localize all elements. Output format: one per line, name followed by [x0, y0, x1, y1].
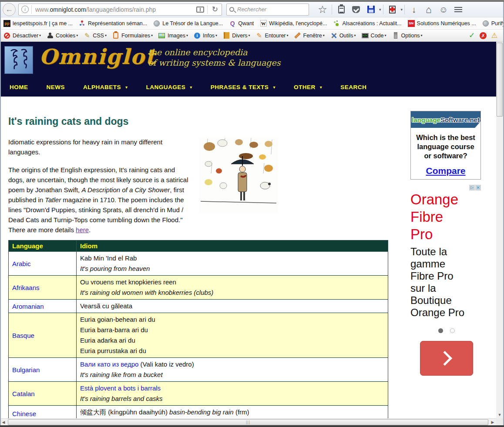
nav-item-search[interactable]: SEARCH — [340, 84, 366, 90]
scroll-right-arrow[interactable]: ▶ — [489, 419, 496, 426]
devbar-item-formulaires[interactable]: Formulaires▾ — [112, 32, 153, 39]
orange-ad-next-button[interactable] — [420, 341, 473, 376]
carousel-dot-active[interactable] — [438, 328, 443, 333]
carousel-dot[interactable] — [450, 328, 455, 333]
divider — [404, 5, 405, 14]
scroll-down-arrow[interactable]: ▼ — [496, 411, 503, 418]
devbar-item-dsactiver[interactable]: Désactiver▾ — [3, 32, 41, 39]
italic-text: A Description of a City Shower — [81, 186, 170, 193]
devbar-item-images[interactable]: Images▾ — [158, 32, 188, 39]
language-software-ad[interactable]: languageSoftware.net Which is the best l… — [410, 111, 481, 180]
bookmark-item-1[interactable]: Représentation séman... — [79, 20, 147, 27]
bookmark-item-0[interactable]: pplespetitspois.fr | ça me ... — [3, 20, 73, 27]
language-link[interactable]: Basque — [12, 332, 34, 339]
devbar-item-divers[interactable]: Divers▾ — [223, 32, 250, 39]
devbar-item-cookies[interactable]: Cookies▾ — [47, 32, 78, 39]
search-input[interactable]: Rechercher — [226, 3, 309, 16]
page-health-button[interactable] — [386, 3, 399, 16]
window-bottom-edge — [0, 425, 504, 427]
clipboard-button[interactable] — [335, 3, 348, 16]
devbar-item-code[interactable]: </>Code▾ — [362, 32, 386, 39]
pencil-orange-icon: ✎ — [256, 32, 263, 39]
home-button[interactable]: ⌂ — [422, 3, 435, 16]
reload-icon[interactable]: ↻ — [212, 5, 218, 14]
bookmark-star-button[interactable]: ☆ — [316, 3, 329, 16]
devbar-item-outils[interactable]: Outils▾ — [330, 32, 356, 39]
check-icon[interactable]: ✓ — [468, 32, 475, 39]
adchoices-icon[interactable]: ▷ — [469, 185, 475, 190]
idiom-link[interactable]: Està plovent a bots i barrals — [80, 384, 161, 392]
feedback-smiley-button[interactable]: ☺ — [437, 3, 450, 16]
devbar-item-fentre[interactable]: Fenêtre▾ — [294, 32, 325, 39]
table-row: AromanianVearsã cu găleata — [9, 300, 388, 313]
omniglot-logo-icon[interactable] — [4, 46, 33, 74]
nav-item-other[interactable]: OTHER▾ — [294, 84, 322, 90]
ad-close-icon[interactable]: ✕ — [475, 185, 481, 190]
language-link[interactable]: Chinese (Cantonese) — [12, 410, 48, 418]
browser-window: ← i www.omniglot.com/language/idioms/rai… — [0, 0, 504, 427]
table-row: Chinese (Cantonese)倾盆大雨 (kíngpùhn daaihy… — [9, 406, 388, 419]
language-link[interactable]: Catalan — [12, 390, 35, 397]
orange-body-line: Toute la — [410, 246, 482, 258]
bookmark-item-4[interactable]: WWikipédia, l'encyclopé... — [260, 20, 327, 27]
orange-fibre-ad[interactable]: ▷ ✕ OrangeFibrePro Toute lagammeFibre Pr… — [410, 185, 482, 376]
compare-link[interactable]: Compare — [426, 166, 465, 176]
back-button[interactable]: ← — [3, 3, 16, 16]
toolbar-buttons: ☆ ▾ ▾ ↓ ⌂ ☺ — [315, 3, 466, 16]
bookmark-item-6[interactable]: SNSolutions Numériques ... — [408, 20, 476, 27]
idiom-link[interactable]: Вали като из ведро — [80, 360, 138, 368]
url-bar[interactable]: i www.omniglot.com/language/idioms/rain.… — [18, 3, 222, 16]
bookmark-item-7[interactable]: Purify — [482, 20, 504, 27]
vertical-scrollbar-thumb[interactable] — [497, 43, 503, 117]
pocket-button[interactable] — [349, 3, 363, 16]
bookmark-item-3[interactable]: QQwant — [229, 20, 254, 27]
devbar-item-infos[interactable]: iInfos▾ — [194, 32, 217, 39]
downloads-button[interactable]: ↓ — [407, 3, 420, 16]
devbar-item-css[interactable]: ✎CSS▾ — [84, 32, 107, 39]
site-logo-text[interactable]: Omniglot — [39, 44, 156, 69]
idiom-line: It's raining barrels and casks — [80, 394, 384, 404]
warning-icon[interactable]: ⚠ — [491, 32, 498, 39]
language-cell: Basque — [9, 313, 77, 358]
chevron-down-icon: ▾ — [320, 85, 323, 90]
nav-item-languages[interactable]: LANGUAGES▾ — [146, 84, 192, 90]
info-icon: i — [194, 32, 201, 39]
ad-question: Which is the best language course or sof… — [411, 133, 480, 160]
bookmark-item-5[interactable]: Alsacréations : Actualit... — [333, 20, 401, 27]
nav-item-news[interactable]: NEWS — [47, 84, 65, 90]
dropdown-caret-icon: ▾ — [354, 33, 356, 37]
url-text[interactable]: www.omniglot.com/language/idioms/rain.ph… — [35, 6, 193, 13]
save-page-button[interactable] — [364, 3, 377, 16]
save-dropdown-caret[interactable]: ▾ — [379, 7, 381, 12]
health-dropdown-caret[interactable]: ▾ — [401, 7, 403, 12]
vertical-scrollbar[interactable]: ▼ — [496, 42, 503, 418]
devbar-status-icons: ✓✗⚠ — [468, 32, 501, 39]
text: . — [89, 226, 91, 234]
globe-icon — [482, 20, 489, 27]
error-icon[interactable]: ✗ — [480, 32, 487, 39]
language-link[interactable]: Aromanian — [12, 303, 44, 310]
language-link[interactable]: Arabic — [12, 260, 31, 267]
scroll-left-arrow[interactable]: ◀ — [0, 419, 7, 426]
navigation-toolbar: ← i www.omniglot.com/language/idioms/rai… — [0, 2, 504, 17]
devbar-label: Cookies — [56, 33, 75, 39]
menu-button[interactable] — [452, 3, 465, 16]
reader-mode-icon[interactable] — [196, 7, 204, 13]
book-icon — [223, 32, 230, 39]
devbar-item-options[interactable]: Options▾ — [392, 32, 423, 39]
nav-item-phrasestexts[interactable]: PHRASES & TEXTS▾ — [211, 84, 276, 90]
nav-item-home[interactable]: HOME — [10, 84, 28, 90]
devbar-label: Options — [401, 33, 420, 39]
divider — [207, 5, 208, 14]
language-link[interactable]: Afrikaans — [12, 284, 40, 291]
nav-item-alphabets[interactable]: ALPHABETS▾ — [83, 84, 128, 90]
horizontal-scrollbar-thumb[interactable]: ||| — [8, 419, 488, 425]
devbar-label: CSS — [93, 33, 104, 39]
language-link[interactable]: Bulgarian — [12, 366, 40, 374]
bookmark-item-2[interactable]: Le Trésor de la Langue... — [153, 20, 223, 27]
intro-text: Idiomatic expressions for heavy rain in … — [8, 137, 191, 235]
here-link[interactable]: here — [76, 226, 89, 234]
site-info-icon[interactable]: i — [21, 6, 29, 13]
devbar-item-entourer[interactable]: ✎Entourer▾ — [256, 32, 289, 39]
horizontal-scrollbar[interactable]: ◀ ||| ▶ — [0, 418, 496, 425]
